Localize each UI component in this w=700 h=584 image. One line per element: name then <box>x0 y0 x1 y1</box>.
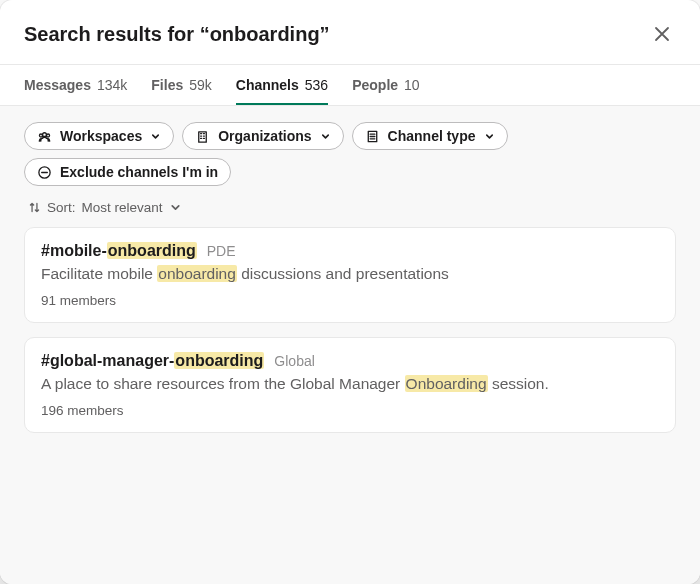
filter-organizations[interactable]: Organizations <box>182 122 343 150</box>
chevron-down-icon <box>320 131 331 142</box>
channel-description: A place to share resources from the Glob… <box>41 374 659 395</box>
filter-workspaces[interactable]: Workspaces <box>24 122 174 150</box>
result-title-row: #global-manager-onboardingGlobal <box>41 352 659 370</box>
close-button[interactable] <box>648 20 676 48</box>
sort-selector[interactable]: Sort: Most relevant <box>28 200 676 215</box>
title-query: “onboarding” <box>200 23 330 45</box>
tab-label: Channels <box>236 77 299 93</box>
sort-value: Most relevant <box>82 200 163 215</box>
tab-count: 134k <box>97 77 127 93</box>
filter-label: Channel type <box>388 128 476 144</box>
highlight: Onboarding <box>405 375 488 392</box>
search-results-modal: Search results for “onboarding” Messages… <box>0 0 700 584</box>
chevron-down-icon <box>150 131 161 142</box>
modal-header: Search results for “onboarding” <box>0 0 700 64</box>
filter-label: Organizations <box>218 128 311 144</box>
channel-org: Global <box>274 353 314 369</box>
results-list: #mobile-onboardingPDEFacilitate mobile o… <box>24 227 676 433</box>
sort-prefix: Sort: <box>47 200 76 215</box>
filter-label: Workspaces <box>60 128 142 144</box>
channel-org: PDE <box>207 243 236 259</box>
filter-label: Exclude channels I'm in <box>60 164 218 180</box>
workspaces-icon <box>37 129 52 144</box>
highlight: onboarding <box>174 352 264 369</box>
tab-people[interactable]: People10 <box>352 65 419 105</box>
filters-row: WorkspacesOrganizationsChannel typeExclu… <box>24 122 676 186</box>
highlight: onboarding <box>107 242 197 259</box>
tab-count: 10 <box>404 77 420 93</box>
tab-messages[interactable]: Messages134k <box>24 65 127 105</box>
highlight: onboarding <box>157 265 237 282</box>
chevron-down-icon <box>169 201 182 214</box>
page-title: Search results for “onboarding” <box>24 23 330 46</box>
channel-members: 91 members <box>41 293 659 308</box>
tab-count: 536 <box>305 77 328 93</box>
tabs: Messages134kFiles59kChannels536People10 <box>0 65 700 106</box>
result-title-row: #mobile-onboardingPDE <box>41 242 659 260</box>
title-prefix: Search results for <box>24 23 200 45</box>
tab-label: People <box>352 77 398 93</box>
list-icon <box>365 129 380 144</box>
minus-circle-icon <box>37 165 52 180</box>
tab-label: Messages <box>24 77 91 93</box>
tab-channels[interactable]: Channels536 <box>236 65 328 105</box>
channel-name: #global-manager-onboarding <box>41 352 264 370</box>
channel-members: 196 members <box>41 403 659 418</box>
tab-files[interactable]: Files59k <box>151 65 211 105</box>
channel-description: Facilitate mobile onboarding discussions… <box>41 264 659 285</box>
channel-result[interactable]: #global-manager-onboardingGlobalA place … <box>24 337 676 433</box>
chevron-down-icon <box>484 131 495 142</box>
tab-count: 59k <box>189 77 212 93</box>
results-body: WorkspacesOrganizationsChannel typeExclu… <box>0 106 700 584</box>
filter-exclude_mine[interactable]: Exclude channels I'm in <box>24 158 231 186</box>
close-icon <box>652 24 672 44</box>
sort-icon <box>28 201 41 214</box>
filter-channel_type[interactable]: Channel type <box>352 122 508 150</box>
building-icon <box>195 129 210 144</box>
tab-label: Files <box>151 77 183 93</box>
channel-result[interactable]: #mobile-onboardingPDEFacilitate mobile o… <box>24 227 676 323</box>
channel-name: #mobile-onboarding <box>41 242 197 260</box>
